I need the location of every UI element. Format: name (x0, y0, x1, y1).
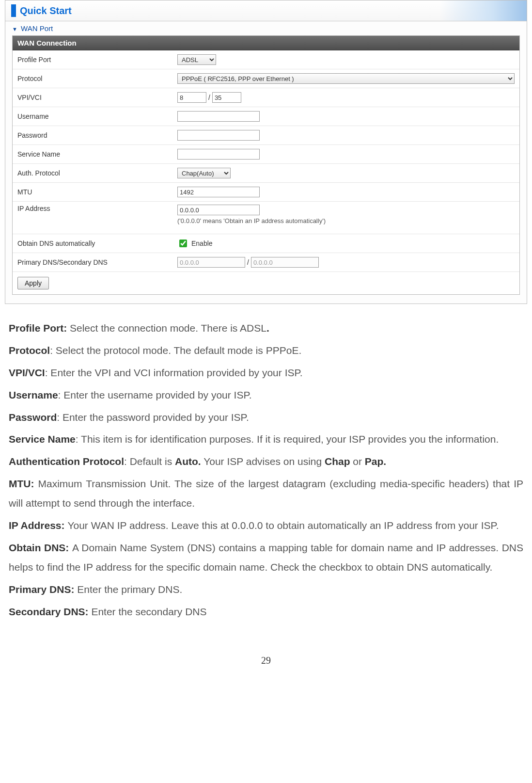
row-protocol: Protocol PPPoE ( RFC2516, PPP over Ether… (13, 69, 519, 88)
apply-button[interactable]: Apply (17, 277, 49, 289)
doc-password-bold: Password (9, 412, 57, 423)
label-password: Password (13, 131, 177, 139)
doc-mtu-bold: MTU: (9, 478, 38, 489)
label-ip-address: IP Address (13, 205, 177, 212)
section-tab-label: WAN Port (21, 24, 53, 32)
doc-username-text: : Enter the username provided by your IS… (58, 389, 252, 400)
label-username: Username (13, 112, 177, 120)
profile-port-select[interactable]: ADSL (177, 54, 216, 65)
doc-auth-bold: Authentication Protocol (9, 456, 124, 467)
page-number: 29 (5, 655, 527, 666)
documentation-text: Profile Port: Select the connection mode… (5, 319, 527, 621)
row-service-name: Service Name (13, 145, 519, 164)
doc-protocol-text: : Select the protocol mode. The default … (50, 345, 301, 356)
doc-primary-dns-text: Enter the primary DNS. (77, 584, 182, 595)
config-screenshot: Quick Start ▼ WAN Port WAN Connection Pr… (5, 0, 527, 304)
row-mtu: MTU (13, 183, 519, 202)
doc-auth-chap: Chap (325, 456, 350, 467)
doc-service-name-text: : This item is for identification purpos… (76, 433, 499, 445)
top-bar: Quick Start (5, 0, 527, 21)
doc-profile-port-bold: Profile Port: (9, 322, 70, 334)
doc-ip-bold: IP Address: (9, 520, 67, 531)
obtain-dns-checkbox-label: Enable (191, 240, 213, 247)
primary-dns-input[interactable] (177, 257, 245, 268)
doc-service-name-bold: Service Name (9, 433, 76, 445)
label-obtain-dns: Obtain DNS automatically (13, 240, 177, 247)
row-auth-protocol: Auth. Protocol Chap(Auto) (13, 164, 519, 183)
vpi-vci-separator: / (208, 94, 210, 101)
header-decoration (439, 0, 527, 21)
vpi-input[interactable] (177, 92, 206, 103)
label-auth-protocol: Auth. Protocol (13, 169, 177, 177)
username-input[interactable] (177, 111, 260, 122)
mtu-input[interactable] (177, 187, 260, 197)
ip-address-input[interactable] (177, 205, 260, 215)
doc-profile-port-text: Select the connection mode. There is ADS… (70, 322, 266, 334)
panel-header: WAN Connection (13, 36, 519, 50)
doc-profile-port-end: . (266, 322, 269, 334)
doc-password-text: : Enter the password provided by your IS… (57, 412, 249, 423)
row-password: Password (13, 126, 519, 145)
doc-ip-text: Your WAN IP address. Leave this at 0.0.0… (67, 520, 499, 531)
label-mtu: MTU (13, 188, 177, 196)
row-username: Username (13, 107, 519, 126)
dns-separator: / (247, 258, 249, 266)
label-service-name: Service Name (13, 150, 177, 158)
label-protocol: Protocol (13, 75, 177, 82)
row-profile-port: Profile Port ADSL (13, 50, 519, 69)
auth-protocol-select[interactable]: Chap(Auto) (177, 168, 231, 178)
wan-connection-panel: WAN Connection Profile Port ADSL Protoco… (12, 35, 520, 295)
doc-secondary-dns-text: Enter the secondary DNS (91, 606, 206, 617)
doc-mtu-text: Maximum Transmission Unit. The size of t… (9, 478, 523, 509)
doc-obtain-dns-text: A Domain Name System (DNS) contains a ma… (9, 542, 523, 573)
page-title: Quick Start (20, 5, 72, 16)
row-vpi-vci: VPI/VCI / (13, 88, 519, 107)
doc-username-bold: Username (9, 389, 58, 400)
secondary-dns-input[interactable] (251, 257, 319, 268)
row-dns: Primary DNS/Secondary DNS / (13, 253, 519, 272)
doc-vpi-vci-text: : Enter the VPI and VCI information prov… (45, 367, 303, 378)
doc-auth-auto: Auto. (175, 456, 201, 467)
doc-vpi-vci-bold: VPI/VCI (9, 367, 45, 378)
doc-auth-pap: Pap. (365, 456, 386, 467)
service-name-input[interactable] (177, 149, 260, 160)
password-input[interactable] (177, 130, 260, 141)
row-obtain-dns: Obtain DNS automatically Enable (13, 234, 519, 253)
accent-bar (11, 4, 16, 17)
doc-auth-text-a: : Default is (124, 456, 175, 467)
button-row: Apply (13, 272, 519, 294)
doc-protocol-bold: Protocol (9, 345, 50, 356)
doc-auth-text-b: Your ISP advises on using (201, 456, 325, 467)
doc-secondary-dns-bold: Secondary DNS: (9, 606, 91, 617)
obtain-dns-checkbox[interactable] (179, 240, 187, 247)
row-ip-address: IP Address ('0.0.0.0' means 'Obtain an I… (13, 202, 519, 234)
section-tab[interactable]: ▼ WAN Port (5, 21, 527, 35)
doc-auth-text-c: or (350, 456, 365, 467)
label-profile-port: Profile Port (13, 56, 177, 64)
doc-obtain-dns-bold: Obtain DNS: (9, 542, 72, 553)
ip-address-note: ('0.0.0.0' means 'Obtain an IP address a… (177, 217, 326, 224)
label-dns: Primary DNS/Secondary DNS (13, 258, 177, 266)
chevron-down-icon: ▼ (12, 26, 17, 32)
label-vpi-vci: VPI/VCI (13, 94, 177, 101)
doc-primary-dns-bold: Primary DNS: (9, 584, 77, 595)
vci-input[interactable] (212, 92, 241, 103)
protocol-select[interactable]: PPPoE ( RFC2516, PPP over Ethernet ) (177, 73, 515, 84)
